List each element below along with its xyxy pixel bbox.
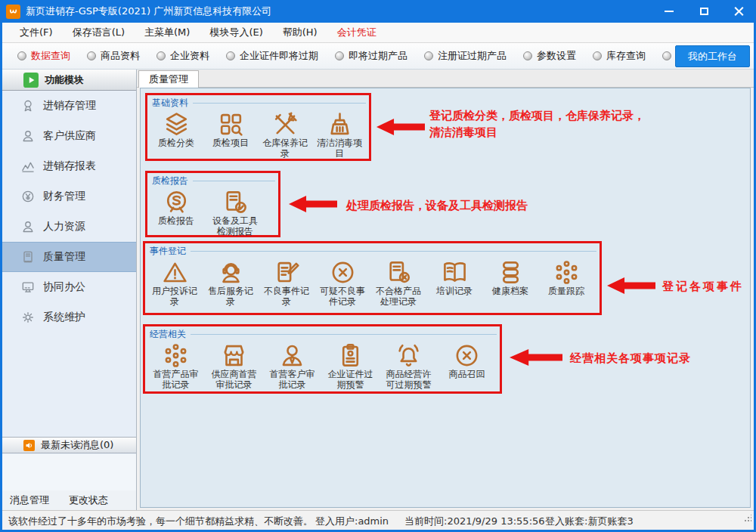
item-label: 用户投诉记录 xyxy=(151,286,198,308)
sidebar-item-quality-management[interactable]: 质量管理 xyxy=(2,242,136,272)
item-label: 质量跟踪 xyxy=(543,286,590,297)
toolbar-company-info[interactable]: 企业资料 xyxy=(149,49,217,63)
item-suspected-adverse-event-record[interactable]: 可疑不良事件记录 xyxy=(314,258,370,308)
menu-file[interactable]: 文件(F) xyxy=(10,23,63,42)
item-product-recall[interactable]: 商品召回 xyxy=(438,342,496,380)
toolbar-label: 即将过期产品 xyxy=(349,49,407,63)
menu-save-language[interactable]: 保存语言(L) xyxy=(63,23,135,42)
toolbar-products-expiring[interactable]: 即将过期产品 xyxy=(327,49,415,63)
item-label: 商品经营许可过期预警 xyxy=(386,370,432,391)
toolbar-reg-cert-expired[interactable]: 注册证过期产品 xyxy=(417,49,514,63)
item-label: 质检项目 xyxy=(207,138,254,149)
item-business-license-expiry-warning[interactable]: 商品经营许可过期预警 xyxy=(380,342,438,391)
item-cleaning-disinfection-project[interactable]: 清洁消毒项目 xyxy=(312,110,367,159)
item-label: 售后服务记录 xyxy=(207,286,254,308)
item-training-record[interactable]: 培训记录 xyxy=(426,258,482,297)
item-first-customer-approval-record[interactable]: 首营客户审批记录 xyxy=(263,342,321,391)
resize-grip[interactable] xyxy=(744,515,751,522)
toolbar-label: 商品资料 xyxy=(101,49,140,63)
item-first-supplier-approval-record[interactable]: 供应商首营审批记录 xyxy=(205,342,263,391)
menu-module-import[interactable]: 模块导入(E) xyxy=(200,23,272,42)
item-company-cert-expiry-warning[interactable]: 企业证件过期预警 xyxy=(321,342,380,391)
sidebar-item-inventory-reports[interactable]: 进销存报表 xyxy=(2,151,136,181)
sidebar-item-customers-suppliers[interactable]: 客户供应商 xyxy=(2,121,136,151)
item-first-product-approval-record[interactable]: 首营产品审批记录 xyxy=(147,342,205,391)
status-login-user: 登入用户:admin xyxy=(315,515,389,528)
main-area: 质量管理 基础资料 质检分类 质检项目 仓库保养记录 清洁消毒项目 登记质检分类… xyxy=(137,70,754,510)
status-bar: 该软件经过了十多年的市场考验，每一个细节都精益求精、不断改善。 登入用户:adm… xyxy=(2,510,754,530)
sphere-icon xyxy=(424,51,433,60)
menu-main-menu[interactable]: 主菜单(M) xyxy=(135,23,200,42)
left-arrow-annotation xyxy=(607,277,655,294)
sidebar-footer: 消息管理 更改状态 xyxy=(2,490,136,510)
toolbar-data-query[interactable]: 数据查询 xyxy=(10,49,78,63)
item-user-complaint-record[interactable]: 用户投诉记录 xyxy=(147,258,203,308)
sidebar-item-label: 人力资源 xyxy=(43,220,85,234)
change-status-link[interactable]: 更改状态 xyxy=(69,493,108,507)
sidebar-item-label: 进销存管理 xyxy=(43,99,96,113)
sidebar-item-human-resources[interactable]: 人力资源 xyxy=(2,212,136,242)
sidebar-item-system-maintenance[interactable]: 系统维护 xyxy=(2,302,136,332)
toolbar-inventory-query[interactable]: 库存查询 xyxy=(585,49,653,63)
item-qc-project[interactable]: 质检项目 xyxy=(203,110,258,149)
section-business-related: 经营相关 首营产品审批记录 供应商首营审批记录 首营客户审批记录 企业证件过期预… xyxy=(143,324,502,394)
message-management-link[interactable]: 消息管理 xyxy=(10,493,49,507)
app-window: 新页进销存-GSP专版(2021) 广州新页信息科技有限公司 文件(F) 保存语… xyxy=(0,0,756,532)
sidebar-header-label: 功能模块 xyxy=(45,73,84,87)
toolbar-product-info[interactable]: 商品资料 xyxy=(79,49,147,63)
sphere-icon xyxy=(87,51,96,60)
sphere-icon xyxy=(523,51,532,60)
sidebar-item-collaborative-office[interactable]: 协同办公 xyxy=(2,272,136,302)
item-nonconforming-product-handling-record[interactable]: 不合格产品处理记录 xyxy=(370,258,426,308)
sidebar-item-label: 协同办公 xyxy=(43,280,85,294)
chart-icon xyxy=(20,159,36,174)
toolbar-cert-expiring[interactable]: 企业证件即将过期 xyxy=(218,49,326,63)
maximize-icon xyxy=(700,8,708,15)
item-qc-report[interactable]: 质检报告 xyxy=(149,188,203,227)
maximize-button[interactable] xyxy=(686,0,721,23)
item-quality-tracking[interactable]: 质量跟踪 xyxy=(538,258,594,297)
sphere-icon xyxy=(17,51,26,60)
item-label: 企业证件过期预警 xyxy=(327,370,374,391)
sphere-icon xyxy=(662,51,671,60)
sidebar-item-finance[interactable]: 财务管理 xyxy=(2,181,136,212)
tab-strip: 质量管理 xyxy=(137,70,754,88)
section-title: 事件登记 xyxy=(145,243,600,258)
minimize-button[interactable] xyxy=(652,0,686,23)
section-qc-reports: 质检报告 质检报告 设备及工具检测报告 xyxy=(145,171,280,237)
sidebar-item-label: 进销存报表 xyxy=(43,159,96,173)
close-button[interactable] xyxy=(721,0,756,23)
tools-icon xyxy=(258,110,312,138)
sidebar-item-purchase-sale-inventory[interactable]: 进销存管理 xyxy=(2,91,136,121)
toolbar-label: 企业资料 xyxy=(170,49,209,63)
bell-icon xyxy=(380,342,438,370)
gear-icon xyxy=(20,310,36,325)
tab-quality-management[interactable]: 质量管理 xyxy=(138,70,199,88)
item-label: 可疑不良事件记录 xyxy=(319,286,366,308)
item-label: 首营产品审批记录 xyxy=(153,370,200,391)
layers-icon xyxy=(149,110,203,138)
item-adverse-event-record[interactable]: 不良事件记录 xyxy=(259,258,314,308)
play-icon xyxy=(23,73,39,88)
item-after-sales-service-record[interactable]: 售后服务记录 xyxy=(203,258,259,308)
item-qc-category[interactable]: 质检分类 xyxy=(149,110,203,149)
speaker-icon xyxy=(23,440,35,451)
item-label: 质检报告 xyxy=(153,216,200,227)
person-icon xyxy=(263,342,321,370)
grid-search-icon xyxy=(203,110,258,138)
toolbar: 数据查询 商品资料 企业资料 企业证件即将过期 即将过期产品 注册证过期产品 参… xyxy=(2,43,754,70)
clipboard-icon xyxy=(321,342,380,370)
unread-messages-bar[interactable]: 最新未读消息(0) xyxy=(2,437,136,453)
item-warehouse-maintenance-record[interactable]: 仓库保养记录 xyxy=(258,110,312,159)
item-label: 培训记录 xyxy=(431,286,478,297)
menu-bar: 文件(F) 保存语言(L) 主菜单(M) 模块导入(E) 帮助(H) 会计凭证 xyxy=(2,23,754,43)
toolbar-parameter-settings[interactable]: 参数设置 xyxy=(516,49,584,63)
menu-help[interactable]: 帮助(H) xyxy=(273,23,327,42)
annotation-basic-data: 登记质检分类，质检项目，仓库保养记录，清洁消毒项目 xyxy=(429,108,650,141)
my-workbench-button[interactable]: 我的工作台 xyxy=(675,45,750,67)
menu-accounting-voucher[interactable]: 会计凭证 xyxy=(327,23,386,42)
notebook-icon xyxy=(20,249,36,264)
item-health-records[interactable]: 健康档案 xyxy=(482,258,538,297)
item-equipment-tool-test-report[interactable]: 设备及工具检测报告 xyxy=(203,188,267,237)
person-icon xyxy=(20,219,36,234)
